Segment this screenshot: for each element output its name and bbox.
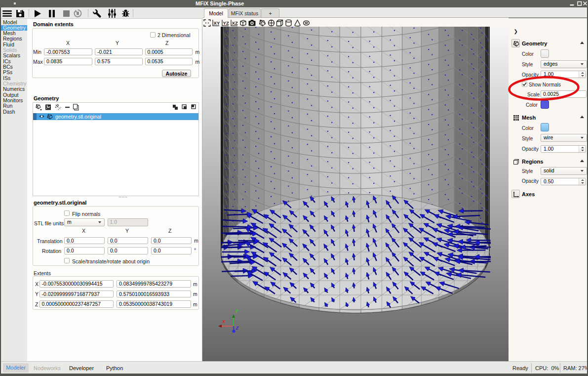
svg-text:XY: XY: [214, 20, 220, 26]
svg-text:XZ: XZ: [232, 20, 238, 26]
svg-text:Z: Z: [235, 326, 239, 331]
svg-text:Y: Y: [235, 309, 239, 314]
svg-text:X: X: [222, 319, 226, 324]
svg-text:YZ: YZ: [223, 20, 229, 26]
